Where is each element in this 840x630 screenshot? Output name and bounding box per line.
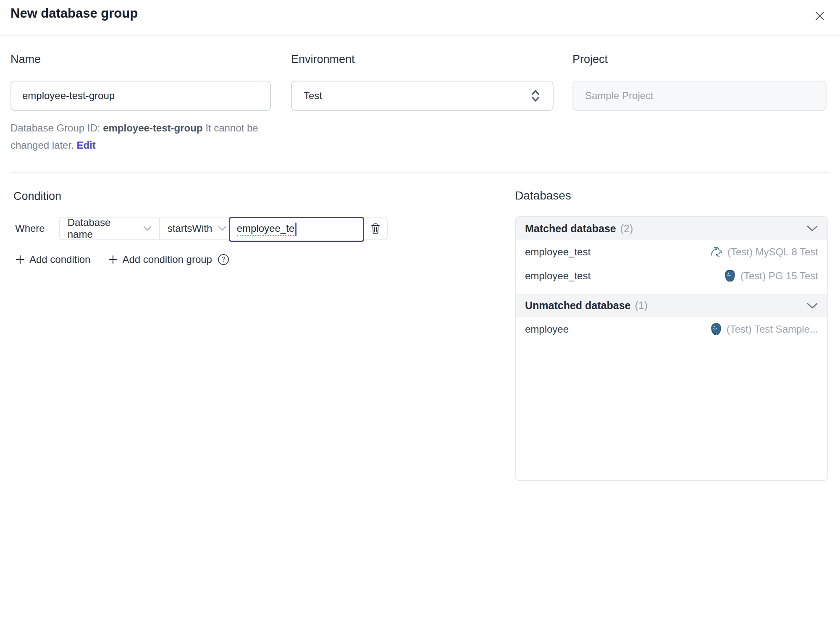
help-icon[interactable]: ? <box>218 254 229 265</box>
name-input-value: employee-test-group <box>22 90 115 102</box>
matched-database-header[interactable]: Matched database (2) <box>516 217 827 240</box>
unmatched-database-label: Unmatched database <box>525 299 630 312</box>
condition-value-text: employee_te <box>237 223 294 236</box>
chevron-down-icon <box>218 226 226 231</box>
group-id-note: Database Group ID: employee-test-group I… <box>10 119 279 154</box>
chevron-down-icon <box>806 302 818 309</box>
add-condition-group-label: Add condition group <box>122 254 212 265</box>
text-cursor <box>295 223 297 236</box>
factor-select-value: Database name <box>68 217 137 240</box>
section-divider <box>10 172 830 173</box>
database-name: employee_test <box>525 246 591 258</box>
edit-link[interactable]: Edit <box>76 139 95 151</box>
unmatched-database-count: (1) <box>635 299 648 312</box>
environment-select-value: Test <box>304 90 322 102</box>
chevron-down-icon <box>806 225 818 232</box>
dialog-header: New database group <box>0 0 840 36</box>
environment-label: Environment <box>291 53 355 66</box>
instance-label: (Test) PG 15 Test <box>740 270 818 282</box>
dialog-title: New database group <box>10 6 138 21</box>
select-updown-icon <box>530 89 541 103</box>
project-field-value: Sample Project <box>585 90 654 102</box>
new-database-group-dialog: New database group Name employee-test-gr… <box>0 0 840 630</box>
plus-icon <box>108 255 118 265</box>
group-id-value: employee-test-group <box>103 122 202 134</box>
instance-label: (Test) MySQL 8 Test <box>727 246 818 258</box>
instance-info: (Test) PG 15 Test <box>724 269 818 283</box>
mysql-icon <box>710 246 723 258</box>
database-row[interactable]: employee_test (Test) PG 15 Test <box>516 264 827 288</box>
database-name: employee <box>525 323 569 335</box>
database-name: employee_test <box>525 270 591 282</box>
delete-condition-button[interactable] <box>364 218 387 239</box>
group-id-note-prefix: Database Group ID: <box>10 122 103 134</box>
instance-label: (Test) Test Sample... <box>727 323 818 335</box>
instance-info: (Test) MySQL 8 Test <box>710 246 818 258</box>
close-icon <box>814 10 826 22</box>
project-label: Project <box>572 53 608 66</box>
chevron-down-icon <box>143 226 152 231</box>
instance-info: (Test) Test Sample... <box>710 323 818 336</box>
matched-database-count: (2) <box>620 223 633 235</box>
postgres-icon <box>710 323 722 336</box>
operator-select-value: startsWith <box>168 223 213 234</box>
database-row[interactable]: employee (Test) Test Sample... <box>516 317 827 341</box>
environment-select[interactable]: Test <box>291 81 554 111</box>
databases-title: Databases <box>515 189 571 202</box>
add-condition-label: Add condition <box>29 254 90 265</box>
condition-row: Where Database name startsWith employee_… <box>15 217 388 240</box>
add-condition-group-button[interactable]: Add condition group <box>108 254 212 265</box>
matched-database-label: Matched database <box>525 223 616 235</box>
databases-panel: Matched database (2) employee_test (Test… <box>515 216 828 481</box>
where-label: Where <box>15 223 45 234</box>
trash-icon <box>370 223 381 234</box>
postgres-icon <box>724 269 736 283</box>
unmatched-database-header[interactable]: Unmatched database (1) <box>516 294 827 317</box>
name-label: Name <box>10 53 41 66</box>
plus-icon <box>15 255 25 265</box>
factor-select[interactable]: Database name <box>60 218 160 239</box>
condition-title: Condition <box>13 190 61 203</box>
close-button[interactable] <box>811 8 828 24</box>
section-gap <box>516 288 827 294</box>
condition-actions: Add condition Add condition group ? <box>15 254 229 265</box>
condition-value-input[interactable]: employee_te <box>229 217 364 242</box>
name-input[interactable]: employee-test-group <box>10 81 271 111</box>
add-condition-button[interactable]: Add condition <box>15 254 90 265</box>
database-row[interactable]: employee_test (Test) MySQL 8 Test <box>516 240 827 264</box>
project-field: Sample Project <box>572 81 827 111</box>
operator-select[interactable]: startsWith <box>160 218 230 239</box>
condition-expression-group: Database name startsWith employee_te <box>59 217 388 240</box>
